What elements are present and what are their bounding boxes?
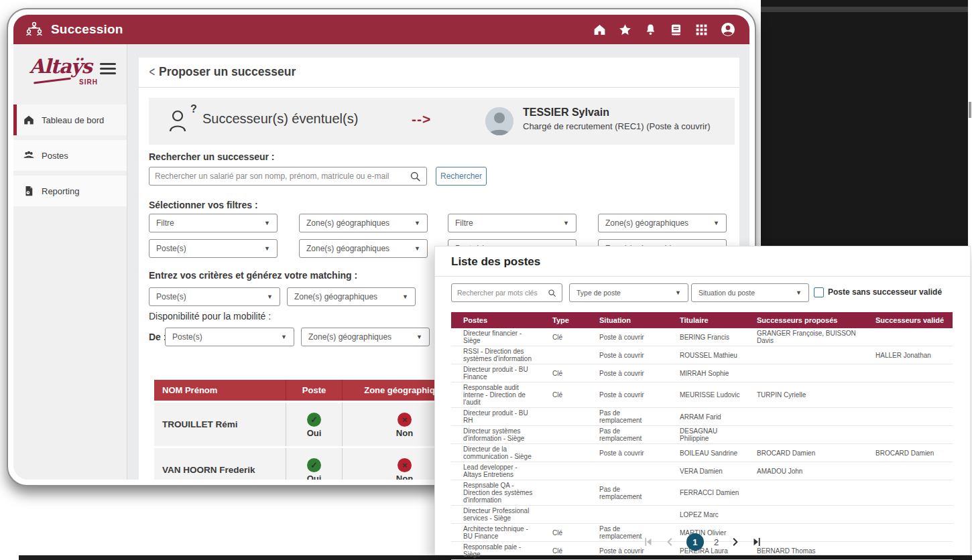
status-label: Oui bbox=[307, 474, 322, 480]
zone-dropdown-1[interactable]: Zone(s) géographiques▼ bbox=[299, 214, 428, 232]
table-row[interactable]: Directeur de la communication - SiègePos… bbox=[451, 444, 953, 462]
dark-panel-band bbox=[761, 7, 968, 12]
background-dark-panel bbox=[761, 0, 968, 247]
table-row[interactable]: Lead developper - Altays EntretiensVERA … bbox=[451, 462, 953, 480]
postes-table: Postes Type Situation Titulaire Successe… bbox=[451, 312, 953, 560]
back-chevron-icon[interactable]: < bbox=[149, 64, 155, 80]
page-1-button[interactable]: 1 bbox=[686, 533, 704, 551]
mobility-zone-dropdown[interactable]: Zone(s) géographiques▼ bbox=[301, 328, 430, 346]
chevron-down-icon: ▼ bbox=[675, 289, 681, 296]
altays-logo-swash bbox=[34, 78, 71, 84]
zone-dropdown-3[interactable]: Zone(s) géographiques▼ bbox=[299, 239, 428, 258]
person-avatar bbox=[485, 107, 513, 135]
chevron-down-icon: ▼ bbox=[416, 334, 422, 340]
page-2-button[interactable]: 2 bbox=[714, 537, 719, 547]
liste-des-postes-panel: Liste des postes Type de poste▼ Situatio… bbox=[434, 246, 971, 555]
first-page-icon[interactable] bbox=[642, 536, 654, 548]
sidebar-nav: Tableau de bord Postes Reporting bbox=[13, 104, 127, 206]
altays-logo: Altaÿs SIRH bbox=[29, 55, 94, 90]
table-row[interactable]: Directeur systèmes d'information - Siège… bbox=[451, 426, 953, 444]
app-title: Succession bbox=[51, 22, 123, 37]
filter-dropdown-2[interactable]: Filtre▼ bbox=[448, 214, 576, 232]
check-circle-icon: ✓ bbox=[307, 458, 321, 472]
rechercher-button[interactable]: Rechercher bbox=[436, 167, 487, 186]
dashboard-home-icon bbox=[23, 114, 35, 126]
type-de-poste-dropdown[interactable]: Type de poste▼ bbox=[569, 283, 688, 302]
candidates-table-header: NOM Prénom Poste Zone géographique bbox=[154, 380, 467, 401]
sidebar-item-reporting[interactable]: Reporting bbox=[13, 176, 127, 206]
matching-label: Entrez vos critères et générez votre mat… bbox=[149, 270, 357, 281]
chevron-down-icon: ▼ bbox=[563, 220, 569, 226]
table-row[interactable]: VAN HOORN Frederik ✓Oui ×Non bbox=[154, 448, 467, 480]
pagination: 1 2 bbox=[435, 533, 970, 551]
successor-search-input[interactable] bbox=[155, 171, 410, 181]
table-row[interactable]: Directeur produit - BU FinanceCléPoste à… bbox=[451, 364, 953, 382]
chevron-down-icon: ▼ bbox=[796, 289, 802, 296]
chevron-down-icon: ▼ bbox=[281, 334, 287, 340]
successor-search-field[interactable] bbox=[149, 167, 427, 186]
mobility-poste-dropdown[interactable]: Poste(s)▼ bbox=[165, 328, 294, 346]
matching-zone-dropdown[interactable]: Zone(s) géographiques▼ bbox=[287, 287, 416, 306]
mobility-label: Disponibilité pour la mobilité : bbox=[149, 311, 271, 322]
previous-page-icon[interactable] bbox=[664, 536, 676, 548]
question-mark-glyph: ? bbox=[190, 103, 197, 115]
cross-circle-icon: × bbox=[398, 413, 412, 427]
postes-table-header: Postes Type Situation Titulaire Successe… bbox=[451, 312, 953, 328]
search-successor-label: Rechercher un successeur : bbox=[149, 151, 275, 162]
panel-title: Liste des postes bbox=[451, 255, 540, 269]
column-header: Type bbox=[540, 312, 587, 328]
filter-dropdown-1[interactable]: Filtre▼ bbox=[149, 214, 278, 232]
table-row[interactable]: RSSI - Direction des systèmes d'informat… bbox=[451, 346, 953, 364]
bell-icon[interactable] bbox=[644, 23, 658, 37]
star-icon[interactable] bbox=[618, 23, 632, 37]
sidebar-item-postes[interactable]: Postes bbox=[13, 140, 127, 171]
sidebar-item-label: Tableau de bord bbox=[42, 115, 104, 125]
people-group-icon bbox=[23, 149, 35, 161]
contacts-book-icon[interactable] bbox=[669, 23, 683, 37]
page-header: < Proposer un successeur bbox=[139, 58, 739, 88]
last-page-icon[interactable] bbox=[751, 536, 763, 548]
search-icon bbox=[410, 171, 421, 182]
check-circle-icon: ✓ bbox=[307, 413, 321, 427]
avatar-photo bbox=[485, 107, 513, 135]
hamburger-menu-icon[interactable] bbox=[100, 63, 116, 74]
table-row[interactable]: Directeur produit - BU RHPas de remplace… bbox=[451, 408, 953, 426]
situation-du-poste-dropdown[interactable]: Situation du poste▼ bbox=[691, 283, 809, 302]
person-name: TESSIER Sylvain bbox=[523, 107, 609, 119]
table-row[interactable]: Directeur Professional services - SiègeL… bbox=[451, 506, 953, 524]
person-role: Chargé de recrutement (REC1) (Poste à co… bbox=[523, 121, 711, 131]
column-header: Situation bbox=[587, 312, 668, 328]
sidebar-item-label: Reporting bbox=[42, 186, 79, 196]
postes-search-field[interactable] bbox=[451, 283, 562, 302]
chevron-down-icon: ▼ bbox=[264, 245, 270, 252]
account-icon[interactable] bbox=[720, 21, 736, 38]
poste-dropdown-1[interactable]: Poste(s)▼ bbox=[149, 239, 278, 258]
table-row[interactable]: TROUILLET Rémi ✓Oui ×Non bbox=[154, 403, 467, 446]
apps-grid-icon[interactable] bbox=[694, 23, 709, 37]
screenshot-canvas: Succession Altaÿs SIRH bbox=[0, 0, 972, 560]
zone-dropdown-2[interactable]: Zone(s) géographiques▼ bbox=[598, 214, 727, 232]
column-header: Poste bbox=[286, 380, 342, 401]
table-row[interactable]: Respnsable QA - Direction des systèmes d… bbox=[451, 480, 953, 506]
banner-title: Successeur(s) éventuel(s) bbox=[202, 111, 358, 127]
chevron-down-icon: ▼ bbox=[713, 220, 719, 226]
candidates-table: NOM Prénom Poste Zone géographique TROUI… bbox=[154, 380, 467, 480]
table-row[interactable]: Responsable audit interne - Direction de… bbox=[451, 382, 953, 408]
postes-search-input[interactable] bbox=[457, 289, 548, 297]
column-header: Titulaire bbox=[668, 312, 745, 328]
sidebar-item-tableau-de-bord[interactable]: Tableau de bord bbox=[13, 104, 127, 135]
home-icon[interactable] bbox=[593, 23, 607, 37]
column-header: Postes bbox=[451, 312, 540, 328]
chevron-down-icon: ▼ bbox=[414, 220, 420, 226]
arrow-right-icon: --> bbox=[412, 111, 431, 127]
scrollbar-thumb[interactable] bbox=[969, 102, 971, 118]
status-label: Non bbox=[396, 428, 413, 438]
table-row[interactable]: Directeur financier - SiègeCléPoste à co… bbox=[451, 328, 953, 346]
chevron-down-icon: ▼ bbox=[402, 293, 408, 300]
sans-successeur-checkbox[interactable] bbox=[814, 287, 824, 297]
altays-logo-text: Altaÿs bbox=[29, 55, 92, 78]
chevron-down-icon: ▼ bbox=[264, 220, 270, 226]
app-topbar: Succession bbox=[13, 15, 749, 44]
matching-poste-dropdown[interactable]: Poste(s)▼ bbox=[149, 287, 280, 306]
next-page-icon[interactable] bbox=[729, 536, 741, 548]
